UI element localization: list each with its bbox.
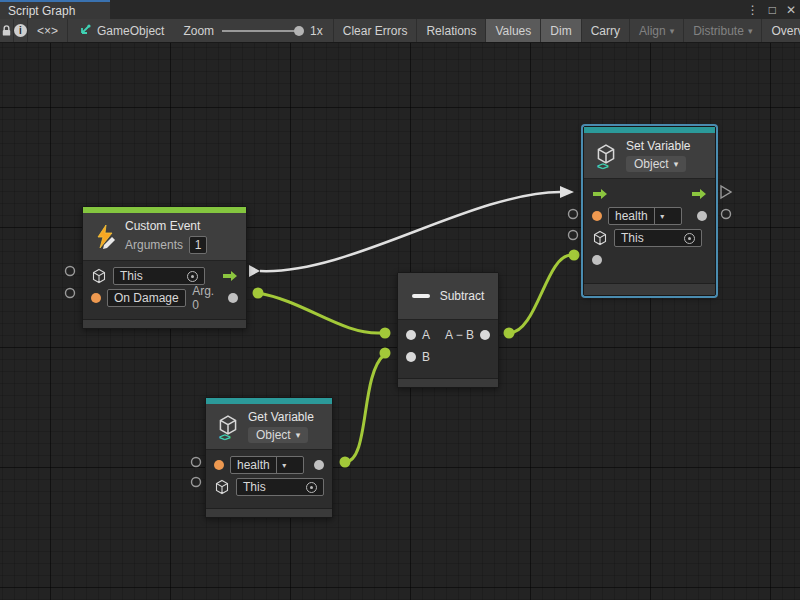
wire-endpoint-dot[interactable] [380,328,391,339]
custom-event-flow-out-connector[interactable] [249,265,260,277]
event-name-field[interactable]: On Damage [107,289,186,307]
output-port[interactable] [480,330,490,340]
variable-kind-dropdown[interactable]: Object ▾ [248,427,308,443]
dim-toggle[interactable]: Dim [541,19,581,42]
value-port-orange[interactable] [91,293,101,303]
graph-reference-icon [77,24,91,38]
zoom-slider[interactable] [222,30,302,32]
zoom-slider-handle[interactable] [294,26,304,36]
button-label: Overv [771,24,800,38]
object-picker-icon[interactable] [306,482,317,493]
outer-port-circle[interactable] [192,478,201,487]
wire-endpoint-dot[interactable] [380,348,391,359]
value-output-port[interactable] [697,211,707,221]
target-field[interactable]: This [236,478,324,496]
relations-button[interactable]: Relations [417,19,486,42]
gameobject-selector[interactable]: GameObject [68,19,173,42]
outer-port-circle[interactable] [192,458,201,467]
node-header: <> Set Variable Object ▾ [584,133,715,178]
outer-port-circle[interactable] [569,231,578,240]
variable-name-dropdown[interactable]: health ▾ [230,456,304,474]
port-row-name: health ▾ [584,205,715,227]
flow-input-arrow-icon[interactable] [592,188,608,200]
button-label: Distribute [693,24,744,38]
object-picker-icon[interactable] [684,233,695,244]
outer-port-triangle[interactable] [721,186,731,198]
outer-port-circle[interactable] [722,210,731,219]
wire-endpoint-dot[interactable] [253,288,264,299]
button-label: Dim [550,24,571,38]
arg0-output-port[interactable] [228,293,238,303]
port-row-target: This [206,476,332,498]
wire-endpoint-dot[interactable] [504,328,515,339]
variable-icon: <> [216,414,240,440]
overview-button[interactable]: Overv [762,19,800,42]
code-icon: <×> [37,24,58,38]
variable-icon: <> [594,143,618,169]
wire-endpoint-dot[interactable] [340,457,351,468]
value-output-port[interactable] [314,460,324,470]
value-port-orange[interactable] [214,460,224,470]
close-icon[interactable]: ✕ [786,3,796,17]
graph-canvas[interactable]: Custom Event Arguments 1 This [0,43,800,600]
values-toggle[interactable]: Values [486,19,541,42]
info-icon: i [14,24,27,37]
node-custom-event[interactable]: Custom Event Arguments 1 This [82,206,247,329]
input-port-b[interactable] [406,352,416,362]
port-row-value-input [584,249,715,271]
zoom-label: Zoom [183,24,214,38]
window-controls: ⋮ □ ✕ [747,0,796,19]
input-b-label: B [422,350,430,364]
align-dropdown[interactable]: Align ▾ [630,19,684,42]
chevron-down-icon: ▾ [748,26,753,36]
graph-toolbar: i <×> GameObject Zoom 1x Clear Errors Re… [0,19,800,43]
carry-button[interactable]: Carry [582,19,630,42]
object-picker-icon[interactable] [187,271,198,282]
value-port-orange[interactable] [592,211,602,221]
arguments-label: Arguments [125,238,183,252]
node-header: Custom Event Arguments 1 [83,213,246,260]
info-button[interactable]: i [14,19,28,42]
value-input-port[interactable] [592,255,602,265]
input-port-a[interactable] [406,330,416,340]
wire-subtract-to-setvar[interactable] [509,255,571,333]
distribute-dropdown[interactable]: Distribute ▾ [684,19,762,42]
outer-port-circle[interactable] [66,267,75,276]
wire-control-flow[interactable] [260,192,560,271]
maximize-icon[interactable]: □ [769,3,776,17]
gameobject-cube-icon [91,268,107,284]
variable-name-dropdown[interactable]: health ▾ [608,207,682,225]
wire-getvar-to-subtract-b[interactable] [345,355,384,462]
outer-port-circle[interactable] [66,289,75,298]
gameobject-cube-icon [214,479,230,495]
node-title: Get Variable [248,410,314,424]
chevron-down-icon: ▾ [654,208,670,224]
window-menu-icon[interactable]: ⋮ [747,3,759,17]
target-field[interactable]: This [614,229,702,247]
arguments-count-field[interactable]: 1 [189,236,207,254]
button-label: Carry [591,24,620,38]
wire-endpoint-dot[interactable] [569,250,580,261]
wire-arg0-to-subtract-a[interactable] [258,293,381,333]
zoom-control: Zoom 1x [173,19,333,42]
node-get-variable[interactable]: <> Get Variable Object ▾ health ▾ [205,397,333,518]
flow-output-arrow-icon[interactable] [222,270,238,282]
tab-script-graph[interactable]: Script Graph [0,0,110,19]
node-title: Custom Event [125,219,207,233]
gameobject-label: GameObject [97,24,164,38]
port-row-a: A A − B [398,324,498,346]
clear-errors-button[interactable]: Clear Errors [334,19,418,42]
flow-output-arrow-icon[interactable] [691,188,707,200]
custom-event-icon [93,224,117,250]
lock-button[interactable] [0,19,14,42]
variable-kind-dropdown[interactable]: Object ▾ [626,156,686,172]
node-set-variable[interactable]: <> Set Variable Object ▾ [583,126,716,296]
outer-port-circle[interactable] [569,210,578,219]
node-body: health ▾ This [584,178,715,283]
target-field[interactable]: This [113,267,205,285]
code-view-button[interactable]: <×> [28,19,68,42]
chevron-down-icon: ▾ [276,457,292,473]
node-body: health ▾ This [206,449,332,508]
kind-value: Object [256,428,291,442]
node-subtract[interactable]: Subtract A A − B B [397,272,499,388]
